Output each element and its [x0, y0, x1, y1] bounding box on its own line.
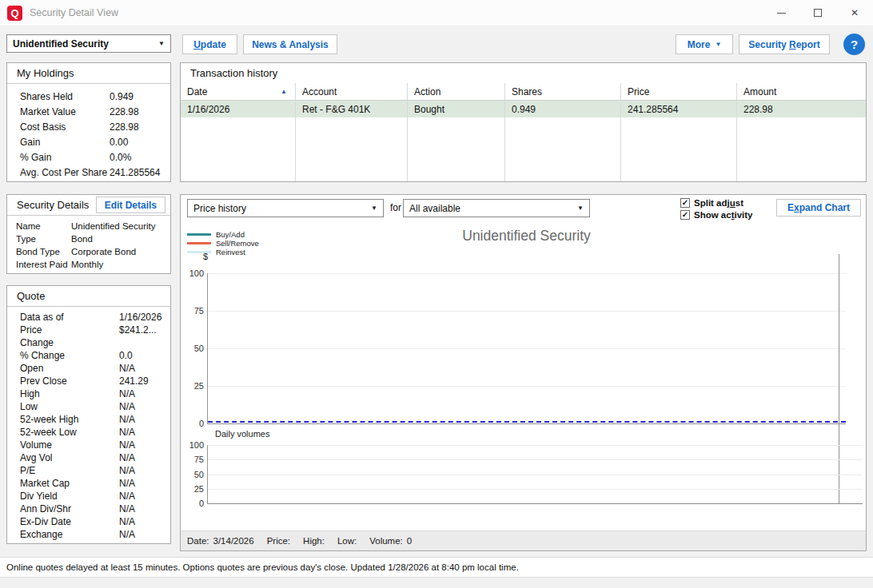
quote-row: Data as of1/16/2026	[7, 311, 170, 324]
quote-row: ExchangeN/A	[7, 528, 170, 541]
panel-title: Security Details	[17, 199, 89, 211]
details-row: NameUnidentified Security	[7, 220, 170, 232]
sort-ascending-icon: ▲	[281, 88, 287, 95]
quote-row: VolumeN/A	[7, 439, 170, 451]
close-icon: ✕	[851, 7, 859, 18]
column-header-shares[interactable]: Shares	[505, 83, 621, 100]
quote-row: OpenN/A	[7, 362, 170, 375]
info-price-label: Price:	[267, 536, 290, 546]
daily-volumes-label: Daily volumes	[215, 429, 269, 439]
security-details-panel: Security Details Edit Details NameUniden…	[6, 194, 171, 274]
panel-title: Transaction history	[190, 67, 277, 79]
security-report-button[interactable]: Security Report	[739, 34, 830, 54]
y-tick: 25	[184, 381, 204, 391]
checkbox-checked-icon: ✓	[680, 198, 690, 208]
my-holdings-panel: My Holdings Shares Held0.949 Market Valu…	[6, 62, 171, 182]
quote-row: Avg VolN/A	[7, 451, 170, 464]
quote-row: Change	[7, 336, 170, 349]
table-row[interactable]: 1/16/2026 Ret - F&G 401K Bought 0.949 24…	[181, 101, 866, 117]
transaction-history-panel: Transaction history Date▲ Account Action…	[180, 62, 867, 182]
y-axis-unit-label: $	[195, 252, 208, 261]
split-adjust-checkbox[interactable]: ✓ Split adjust	[680, 197, 753, 209]
status-bar: Online quotes delayed at least 15 minute…	[0, 557, 873, 578]
holdings-row: Shares Held0.949	[7, 89, 170, 104]
y-tick: 0	[184, 419, 204, 428]
y-tick: 50	[184, 470, 204, 479]
chart-panel: Price history ▼ for All available ▼ ✓ Sp…	[180, 194, 867, 551]
info-volume-label: Volume:	[369, 536, 403, 546]
status-text: Online quotes delayed at least 15 minute…	[6, 562, 519, 572]
security-selector-value: Unidentified Security	[13, 38, 155, 50]
y-tick: 100	[184, 440, 204, 450]
panel-title: Quote	[17, 290, 45, 302]
quote-row: 52-week HighN/A	[7, 413, 170, 426]
y-tick: 75	[184, 455, 204, 464]
quote-row: Ann Div/ShrN/A	[7, 503, 170, 515]
price-line	[208, 421, 846, 423]
holdings-row: Gain0.00	[7, 134, 170, 149]
chart-title: Unidentified Security	[207, 228, 846, 244]
quote-row: 52-week LowN/A	[7, 426, 170, 439]
minimize-button[interactable]	[763, 0, 799, 26]
info-volume-value: 0	[407, 536, 412, 546]
quote-row: HighN/A	[7, 387, 170, 400]
y-tick: 100	[184, 268, 204, 278]
quote-row: Ex-Div DateN/A	[7, 515, 170, 528]
transaction-table-empty-area	[181, 117, 866, 181]
details-row: Interest PaidMonthly	[7, 258, 170, 271]
column-header-amount[interactable]: Amount	[737, 83, 866, 100]
minimize-icon	[777, 13, 786, 14]
for-label: for	[390, 202, 401, 213]
quote-row: % Change0.0	[7, 349, 170, 362]
info-low-label: Low:	[337, 536, 357, 546]
quote-row: Market CapN/A	[7, 477, 170, 490]
crosshair-info-bar: Date:3/14/2026 Price: High: Low: Volume:…	[181, 530, 866, 550]
maximize-icon	[814, 9, 822, 17]
quote-row: LowN/A	[7, 400, 170, 413]
titlebar: Q Security Detail View ✕	[0, 0, 873, 26]
column-header-action[interactable]: Action	[408, 83, 505, 100]
expand-chart-button[interactable]: Expand Chart	[776, 199, 861, 217]
quote-row: Prev Close241.29	[7, 375, 170, 387]
news-analysis-button[interactable]: News & Analysis	[243, 34, 337, 54]
show-activity-checkbox[interactable]: ✓ Show activity	[680, 209, 753, 220]
chevron-down-icon: ▼	[715, 41, 721, 48]
close-button[interactable]: ✕	[836, 0, 873, 26]
daily-volumes-plot[interactable]: 100 75 50 25 0	[207, 445, 863, 504]
quote-row: Div YieldN/A	[7, 490, 170, 503]
chart-range-selector[interactable]: All available ▼	[403, 199, 590, 217]
column-header-account[interactable]: Account	[296, 83, 408, 100]
holdings-row: Cost Basis228.98	[7, 119, 170, 134]
chevron-down-icon: ▼	[577, 205, 584, 212]
y-tick: 75	[184, 306, 204, 316]
checkbox-checked-icon: ✓	[680, 210, 690, 220]
panel-title: My Holdings	[17, 67, 74, 79]
more-button[interactable]: More▼	[676, 34, 733, 54]
y-tick: 50	[184, 344, 204, 353]
details-row: TypeBond	[7, 232, 170, 245]
update-button[interactable]: Update	[182, 34, 237, 54]
chevron-down-icon: ▼	[371, 205, 377, 212]
maximize-button[interactable]	[799, 0, 836, 26]
column-header-date[interactable]: Date▲	[181, 83, 296, 100]
window-title: Security Detail View	[30, 7, 118, 18]
quote-row: P/EN/A	[7, 464, 170, 477]
details-row: Bond TypeCorporate Bond	[7, 245, 170, 258]
security-selector[interactable]: Unidentified Security ▼	[6, 34, 171, 53]
info-high-label: High:	[303, 536, 325, 546]
info-date-value: 3/14/2026	[213, 536, 254, 546]
chart-type-selector[interactable]: Price history ▼	[187, 199, 384, 217]
holdings-row: Avg. Cost Per Share241.285564	[7, 165, 170, 180]
y-tick: 25	[184, 484, 204, 494]
holdings-row: Market Value228.98	[7, 104, 170, 119]
column-header-price[interactable]: Price	[621, 83, 737, 100]
transaction-table-header: Date▲ Account Action Shares Price Amount	[181, 83, 866, 101]
info-date-label: Date:	[187, 536, 209, 546]
quicken-logo-icon: Q	[7, 6, 22, 21]
price-history-plot[interactable]: 100 75 50 25 0	[207, 273, 846, 424]
holdings-row: % Gain0.0%	[7, 149, 170, 165]
help-button[interactable]: ?	[843, 34, 865, 55]
chevron-down-icon: ▼	[158, 40, 165, 47]
edit-details-button[interactable]: Edit Details	[96, 197, 165, 213]
quote-panel: Quote Data as of1/16/2026 Price$241.2...…	[6, 285, 171, 544]
